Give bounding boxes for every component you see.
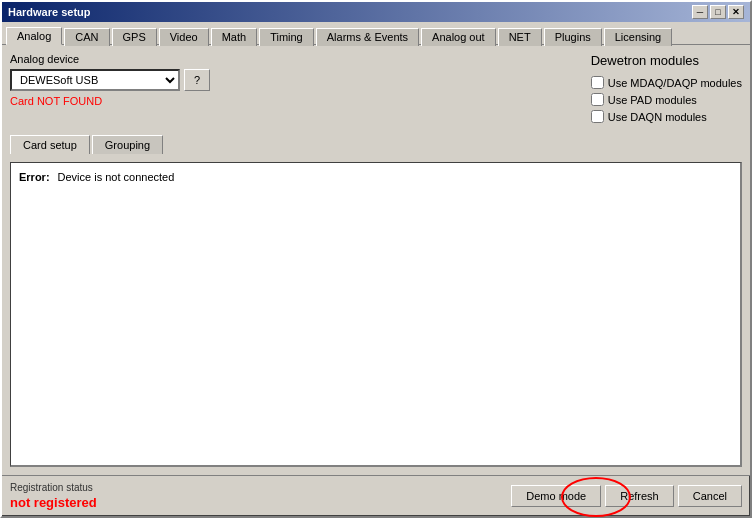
cancel-button[interactable]: Cancel: [678, 485, 742, 507]
tab-licensing[interactable]: Licensing: [604, 28, 672, 46]
main-tab-bar: Analog CAN GPS Video Math Timing Alarms …: [2, 22, 750, 44]
checkbox-pad: Use PAD modules: [591, 93, 742, 106]
minimize-button[interactable]: ─: [692, 5, 708, 19]
tab-gps[interactable]: GPS: [112, 28, 157, 46]
tab-video[interactable]: Video: [159, 28, 209, 46]
maximize-button[interactable]: □: [710, 5, 726, 19]
checkbox-mdaq: Use MDAQ/DAQP modules: [591, 76, 742, 89]
sub-tab-bar: Card setup Grouping: [10, 135, 742, 154]
tab-alarms-events[interactable]: Alarms & Events: [316, 28, 419, 46]
tab-plugins[interactable]: Plugins: [544, 28, 602, 46]
content-area: Analog device DEWESoft USB ? Card NOT FO…: [2, 44, 750, 475]
demo-mode-button[interactable]: Demo mode: [511, 485, 601, 507]
tab-timing[interactable]: Timing: [259, 28, 314, 46]
top-section: Analog device DEWESoft USB ? Card NOT FO…: [10, 53, 742, 123]
refresh-button[interactable]: Refresh: [605, 485, 674, 507]
hardware-setup-window: Hardware setup ─ □ ✕ Analog CAN GPS Vide…: [0, 0, 752, 518]
error-message: Error: Device is not connected: [19, 171, 732, 183]
device-dropdown-wrapper: DEWESoft USB: [10, 69, 180, 91]
registration-status-value: not registered: [10, 495, 97, 510]
checkbox-pad-label: Use PAD modules: [608, 94, 697, 106]
bottom-bar: Registration status not registered Demo …: [2, 475, 750, 516]
title-bar-buttons: ─ □ ✕: [692, 5, 744, 19]
checkbox-daqn-label: Use DAQN modules: [608, 111, 707, 123]
device-row: DEWESoft USB ?: [10, 69, 210, 91]
tab-math[interactable]: Math: [211, 28, 257, 46]
window-title: Hardware setup: [8, 6, 91, 18]
checkbox-pad-input[interactable]: [591, 93, 604, 106]
checkbox-daqn: Use DAQN modules: [591, 110, 742, 123]
registration-status-label: Registration status: [10, 482, 97, 493]
sub-tab-card-setup[interactable]: Card setup: [10, 135, 90, 154]
checkbox-mdaq-label: Use MDAQ/DAQP modules: [608, 77, 742, 89]
error-panel: Error: Device is not connected: [10, 162, 742, 467]
checkbox-daqn-input[interactable]: [591, 110, 604, 123]
error-text: Device is not connected: [58, 171, 175, 183]
dewetron-section: Dewetron modules Use MDAQ/DAQP modules U…: [591, 53, 742, 123]
bottom-buttons: Demo mode Refresh Cancel: [511, 485, 742, 507]
analog-device-label: Analog device: [10, 53, 210, 65]
tab-analog[interactable]: Analog: [6, 27, 62, 45]
checkbox-mdaq-input[interactable]: [591, 76, 604, 89]
sub-tab-grouping[interactable]: Grouping: [92, 135, 163, 154]
close-button[interactable]: ✕: [728, 5, 744, 19]
analog-device-section: Analog device DEWESoft USB ? Card NOT FO…: [10, 53, 210, 107]
title-bar: Hardware setup ─ □ ✕: [2, 2, 750, 22]
dewetron-title: Dewetron modules: [591, 53, 742, 68]
device-dropdown[interactable]: DEWESoft USB: [10, 69, 180, 91]
tab-net[interactable]: NET: [498, 28, 542, 46]
card-not-found-text: Card NOT FOUND: [10, 95, 210, 107]
help-button[interactable]: ?: [184, 69, 210, 91]
tab-analog-out[interactable]: Analog out: [421, 28, 496, 46]
error-label: Error:: [19, 171, 50, 183]
tab-can[interactable]: CAN: [64, 28, 109, 46]
registration-section: Registration status not registered: [10, 482, 97, 510]
